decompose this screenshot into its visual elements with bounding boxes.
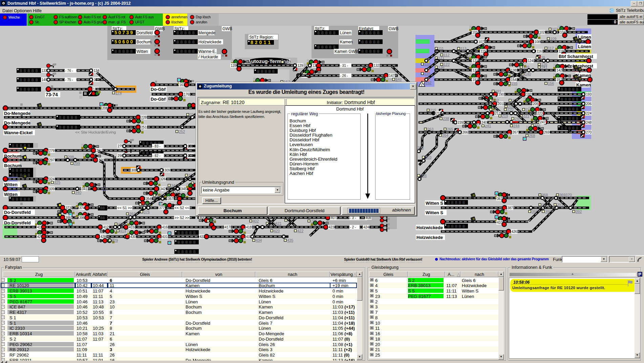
svg-text:128: 128 [231,64,237,67]
svg-text:8: 8 [572,97,575,102]
svg-text:428: 428 [101,235,106,239]
svg-text:244: 244 [513,124,519,128]
svg-text:8: 8 [189,249,192,254]
svg-text:Do-Dorstfeld: Do-Dorstfeld [4,210,31,215]
svg-text:336: 336 [421,174,427,178]
svg-text:8: 8 [568,97,571,102]
svg-text:Dorstfeld: Dorstfeld [136,31,153,35]
svg-text:202: 202 [493,98,499,102]
svg-text:8: 8 [377,30,379,35]
svg-text:247: 247 [540,120,546,124]
svg-text:8: 8 [67,115,69,120]
svg-text:357: 357 [168,197,174,201]
svg-text:8: 8 [459,224,461,229]
svg-text:8: 8 [180,30,183,35]
svg-text:8: 8 [63,125,65,130]
svg-text:122: 122 [444,62,450,66]
svg-text:8: 8 [455,200,457,205]
svg-text:252: 252 [179,129,185,134]
svg-text:8: 8 [126,49,129,54]
svg-text:420: 420 [274,229,280,233]
svg-text:8: 8 [176,49,179,54]
svg-text:8: 8 [463,224,465,229]
svg-text:8: 8 [180,49,183,54]
svg-text:417: 417 [225,225,231,229]
svg-text:8: 8 [12,143,14,148]
svg-text:135: 135 [424,72,430,76]
svg-text:8: 8 [184,30,187,35]
svg-text:8: 8 [561,106,563,112]
svg-text:9: 9 [130,30,133,35]
svg-text:GWB: GWB [389,26,399,31]
svg-text:8: 8 [377,39,379,44]
svg-text:8: 8 [572,125,575,130]
svg-text:270: 270 [586,130,592,134]
svg-text:8: 8 [20,197,22,202]
svg-text:154: 154 [511,78,517,82]
svg-text:8: 8 [20,143,22,148]
svg-text:142: 142 [557,68,562,72]
svg-text:8: 8 [568,87,571,92]
svg-text:0: 0 [126,39,129,44]
svg-text:8: 8 [176,30,179,35]
svg-text:- 3 -: - 3 - [350,216,356,220]
svg-text:Holzwickede: Holzwickede [198,40,221,44]
svg-text:8: 8 [16,173,18,178]
svg-text:342: 342 [160,187,166,191]
svg-text:5: 5 [114,30,117,35]
svg-text:267: 267 [513,130,518,134]
svg-text:392: 392 [576,209,582,214]
svg-text:107: 107 [478,40,484,44]
svg-text:8: 8 [74,115,77,120]
svg-text:8: 8 [321,44,324,49]
svg-text:8: 8 [361,39,364,44]
svg-text:8: 8 [185,230,188,235]
svg-text:Mengede: Mengede [198,31,215,35]
svg-text:155: 155 [511,81,517,85]
svg-text:8: 8 [184,39,187,44]
svg-text:8: 8 [12,168,14,173]
svg-text:8: 8 [20,168,22,173]
svg-text:408: 408 [366,216,371,220]
svg-text:264: 264 [442,133,448,137]
svg-text:Lünen: Lünen [340,31,351,35]
svg-text:8: 8 [564,125,567,130]
svg-text:8: 8 [20,68,22,73]
svg-text:8: 8 [317,44,320,49]
svg-text:8: 8 [27,87,30,92]
svg-text:8: 8 [114,49,117,54]
svg-text:369370: 369370 [559,193,572,197]
svg-text:376: 376 [144,210,150,214]
svg-text:424: 424 [364,225,369,229]
svg-text:422: 422 [297,229,303,233]
svg-text:102: 102 [539,31,545,34]
svg-text:201: 201 [498,102,503,106]
svg-text:Witten S: Witten S [426,201,443,206]
svg-text:8: 8 [181,249,184,254]
svg-text:8: 8 [12,173,14,178]
svg-text:8: 8 [576,116,578,121]
svg-text:113: 113 [460,46,467,51]
svg-text:8: 8 [31,77,34,82]
svg-text:435: 435 [287,238,293,242]
svg-text:8: 8 [16,168,18,173]
svg-text:8: 8 [184,49,187,54]
svg-text:345: 345 [181,187,187,191]
svg-text:8: 8 [63,115,65,120]
svg-text:341: 341 [82,187,88,191]
svg-text:8: 8 [572,87,575,92]
svg-text:- 83 -: - 83 - [153,144,160,148]
svg-text:Kamen: Kamen [340,40,353,44]
svg-text:StiTz Region:: StiTz Region: [249,35,274,40]
svg-text:375: 375 [142,202,148,206]
svg-text:8: 8 [177,230,180,235]
svg-text:141: 141 [541,65,547,69]
svg-text:8: 8 [24,87,26,92]
svg-text:176: 176 [184,93,190,96]
svg-text:431: 431 [162,235,168,239]
svg-text:Holzwickede: Holzwickede [416,225,443,230]
svg-text:Wanne-Eickel: Wanne-Eickel [4,130,33,135]
svg-text:Witten: Witten [136,49,148,54]
svg-text:206: 206 [586,102,592,106]
svg-text:8: 8 [27,197,30,202]
